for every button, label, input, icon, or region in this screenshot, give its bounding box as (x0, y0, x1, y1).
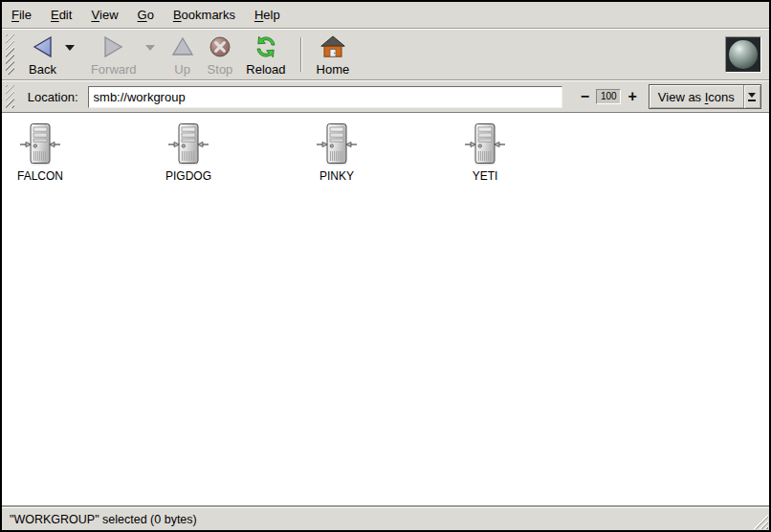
reload-button[interactable]: Reload (239, 32, 292, 78)
menu-file[interactable]: File (2, 2, 41, 28)
file-manager-window: File Edit View Go Bookmarks Help Back Fo… (0, 0, 771, 532)
menu-bookmarks[interactable]: Bookmarks (164, 2, 245, 28)
zoom-out-button[interactable]: − (578, 89, 592, 104)
up-button: Up (165, 32, 201, 78)
dropdown-indicator-icon (743, 85, 760, 108)
back-button[interactable]: Back (22, 32, 63, 78)
server-item-pinky[interactable]: PINKY (298, 122, 375, 183)
up-arrow-icon (171, 33, 194, 60)
back-button-label: Back (29, 62, 56, 77)
server-item-pigdog[interactable]: PIGDOG (150, 122, 227, 183)
menu-view[interactable]: View (81, 2, 127, 28)
resize-grip[interactable] (753, 514, 768, 529)
server-item-falcon[interactable]: FALCON (2, 122, 78, 183)
network-server-icon (167, 122, 209, 166)
location-bar: Location: − 100 + View as Icons (2, 81, 769, 112)
forward-button-group: Forward (84, 32, 159, 78)
menu-edit[interactable]: Edit (41, 2, 81, 28)
status-bar: "WORKGROUP" selected (0 bytes) (2, 507, 769, 530)
menu-go[interactable]: Go (128, 2, 164, 28)
server-item-label: PIGDOG (165, 169, 211, 183)
forward-button: Forward (84, 32, 143, 78)
forward-history-chevron-icon (145, 45, 155, 51)
forward-arrow-icon (101, 33, 126, 60)
throbber-sphere-icon (729, 40, 758, 69)
forward-button-label: Forward (91, 62, 137, 77)
network-server-icon (316, 122, 358, 166)
back-history-chevron-icon[interactable] (65, 45, 75, 51)
home-button-label: Home (317, 62, 350, 77)
reload-icon (253, 33, 278, 60)
menubar: File Edit View Go Bookmarks Help (2, 2, 769, 28)
throbber (725, 36, 761, 73)
location-label: Location: (28, 90, 78, 104)
reload-button-label: Reload (246, 62, 285, 77)
view-as-label: View as Icons (650, 85, 743, 108)
locationbar-drag-handle[interactable] (6, 85, 14, 108)
server-item-label: PINKY (319, 169, 354, 183)
toolbar-separator (300, 37, 302, 72)
stop-button: Stop (201, 32, 240, 78)
zoom-level-indicator[interactable]: 100 (596, 89, 621, 104)
back-button-group: Back (22, 32, 78, 78)
back-arrow-icon (30, 33, 55, 60)
up-button-label: Up (174, 62, 190, 77)
server-item-label: YETI (473, 169, 498, 183)
zoom-in-button[interactable]: + (625, 89, 639, 104)
stop-icon (209, 33, 231, 60)
location-input[interactable] (88, 86, 562, 108)
view-as-dropdown[interactable]: View as Icons (649, 84, 761, 109)
network-server-icon (464, 122, 506, 166)
icon-view-pane: FALCON PIGDOG PINKY YETI (2, 112, 769, 507)
home-icon (320, 33, 345, 60)
toolbar-drag-handle[interactable] (6, 34, 14, 75)
toolbar: Back Forward Up (2, 30, 769, 79)
menu-help[interactable]: Help (245, 2, 290, 28)
network-server-icon (19, 122, 61, 166)
server-item-yeti[interactable]: YETI (447, 122, 523, 183)
server-item-label: FALCON (17, 169, 63, 183)
status-text: "WORKGROUP" selected (0 bytes) (10, 513, 197, 526)
stop-button-label: Stop (208, 62, 233, 77)
home-button[interactable]: Home (310, 32, 357, 78)
